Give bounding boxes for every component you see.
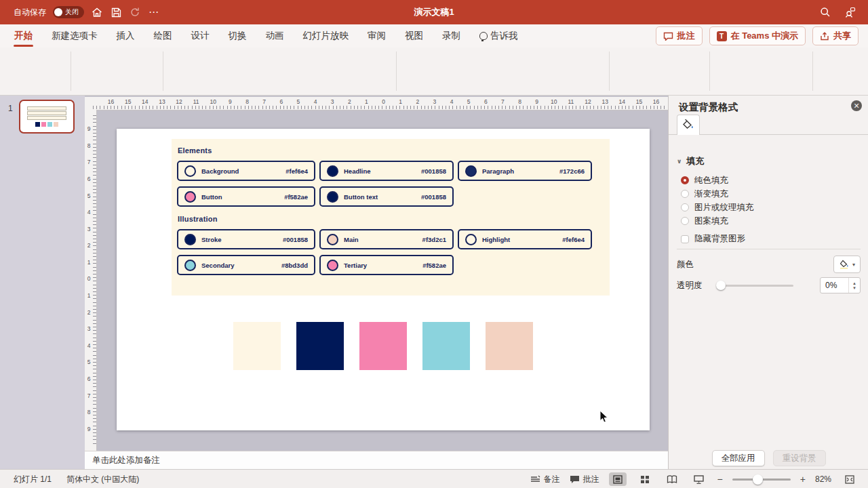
color-card[interactable]: Main #f3d2c1: [319, 229, 454, 249]
palette-swatch[interactable]: [296, 322, 344, 370]
ruler-number: 2: [341, 98, 358, 106]
transparency-spinner[interactable]: 0% ▲▼: [820, 277, 861, 293]
ruler-ticks: [93, 106, 666, 109]
grid-view-icon: [640, 475, 650, 484]
ribbon-tab[interactable]: 插入: [116, 25, 136, 47]
title-bar: 自动保存 关闭 ⋯ 演示文稿1: [0, 0, 868, 24]
slide-canvas[interactable]: Elements Background #fef6e4 Headline #00…: [117, 129, 650, 430]
color-card[interactable]: Background #fef6e4: [177, 161, 315, 181]
ruler-number: 11: [188, 98, 205, 106]
ruler-number: 3: [426, 98, 443, 106]
palette-swatch[interactable]: [359, 322, 407, 370]
zoom-slider-thumb[interactable]: [753, 474, 763, 485]
account-icon[interactable]: [844, 6, 856, 18]
ribbon-tab[interactable]: 动画: [265, 25, 285, 47]
color-label: Main: [344, 236, 359, 243]
palette-swatch[interactable]: [486, 322, 533, 370]
fill-tab[interactable]: [677, 115, 700, 135]
close-icon[interactable]: ✕: [851, 100, 862, 111]
mini-swatch: [54, 122, 58, 127]
divider: [609, 52, 610, 91]
color-picker-button[interactable]: ▾: [833, 256, 861, 273]
teams-icon: T: [717, 31, 727, 41]
redo-icon[interactable]: [129, 6, 141, 18]
slideshow-button[interactable]: [690, 472, 708, 486]
notes-pane[interactable]: 单击此处添加备注: [85, 451, 668, 470]
transparency-slider[interactable]: [717, 285, 793, 287]
vertical-ruler: 9876543210123456789: [85, 110, 97, 451]
slider-thumb[interactable]: [716, 281, 726, 290]
ribbon-tab[interactable]: 绘图: [153, 25, 173, 47]
fill-option[interactable]: 纯色填充: [681, 176, 754, 185]
save-icon[interactable]: [110, 6, 122, 18]
color-card[interactable]: Secondary #8bd3dd: [177, 255, 315, 275]
transparency-label: 透明度: [677, 280, 703, 291]
radio-icon[interactable]: [681, 176, 689, 184]
ribbon-tab[interactable]: 视图: [404, 25, 424, 47]
ribbon-tab[interactable]: 幻灯片放映: [302, 25, 350, 47]
home-icon[interactable]: [91, 6, 103, 18]
zoom-in-button[interactable]: +: [800, 474, 806, 485]
ruler-number: 2: [85, 304, 92, 321]
reading-view-button[interactable]: [663, 472, 681, 486]
autosave-state: 关闭: [65, 7, 79, 17]
fill-option[interactable]: 图案填充: [681, 216, 754, 226]
color-card[interactable]: Button text #001858: [319, 186, 454, 207]
comments-toggle[interactable]: 批注: [570, 474, 599, 485]
more-commands-icon[interactable]: ⋯: [148, 6, 160, 18]
fit-to-window-button[interactable]: [841, 472, 859, 486]
ribbon-tab[interactable]: 新建选项卡: [51, 25, 98, 47]
hide-background-checkbox[interactable]: 隐藏背景图形: [681, 233, 745, 245]
ruler-number: 3: [324, 98, 341, 106]
autosave-toggle[interactable]: 关闭: [53, 6, 84, 18]
ruler-number: 9: [528, 98, 545, 106]
fill-section-header[interactable]: ∨ 填充: [677, 155, 704, 167]
search-icon[interactable]: [819, 6, 831, 18]
divider: [396, 52, 397, 91]
share-button[interactable]: 共享: [812, 26, 859, 45]
comments-button[interactable]: 批注: [656, 26, 703, 45]
reset-background-button[interactable]: 重设背景: [773, 450, 826, 466]
ribbon-tab[interactable]: 告诉我: [479, 25, 519, 47]
palette-swatch[interactable]: [422, 322, 470, 370]
slide-thumbnail[interactable]: [19, 100, 75, 134]
color-hex: #f582ae: [422, 262, 446, 269]
zoom-out-button[interactable]: −: [717, 474, 723, 485]
ruler-number: 4: [85, 204, 92, 221]
color-card[interactable]: Highlight #fef6e4: [458, 229, 592, 249]
spinner-arrows[interactable]: ▲▼: [848, 278, 860, 293]
palette-swatch[interactable]: [233, 322, 281, 370]
fill-option[interactable]: 图片或纹理填充: [681, 203, 754, 212]
ruler-number: 15: [631, 98, 648, 106]
ribbon-tab[interactable]: 设计: [191, 25, 210, 47]
normal-view-button[interactable]: [609, 472, 627, 486]
radio-icon[interactable]: [681, 217, 689, 225]
notes-toggle[interactable]: 备注: [530, 474, 560, 485]
zoom-slider[interactable]: [732, 479, 791, 481]
slide-sorter-view-button[interactable]: [636, 472, 654, 486]
ribbon-tab[interactable]: 录制: [441, 25, 461, 47]
radio-icon[interactable]: [681, 203, 689, 211]
radio-icon[interactable]: [681, 190, 689, 198]
checkbox-icon[interactable]: [681, 235, 689, 243]
color-card[interactable]: Headline #001858: [319, 161, 454, 181]
ruler-number: 4: [85, 338, 92, 354]
palette-panel[interactable]: Elements Background #fef6e4 Headline #00…: [172, 139, 610, 296]
ruler-number: 4: [443, 98, 460, 106]
color-card[interactable]: Paragraph #172c66: [458, 161, 592, 181]
ribbon-tab[interactable]: 开始: [14, 25, 33, 47]
color-card[interactable]: Button #f582ae: [177, 186, 315, 207]
language-indicator[interactable]: 简体中文 (中国大陆): [66, 474, 139, 485]
color-card[interactable]: Stroke #001858: [177, 229, 315, 249]
color-label: 颜色: [677, 259, 694, 270]
color-card[interactable]: Tertiary #f582ae: [319, 255, 454, 275]
color-swatch-circle: [184, 234, 196, 245]
normal-view-icon: [613, 475, 623, 484]
ribbon-tab[interactable]: 切换: [228, 25, 248, 47]
apply-to-all-button[interactable]: 全部应用: [712, 450, 765, 466]
ribbon-tab[interactable]: 审阅: [367, 25, 387, 47]
color-label: Tertiary: [344, 262, 367, 269]
fill-option[interactable]: 渐变填充: [681, 189, 754, 199]
arrow-down-icon: ▼: [852, 286, 856, 290]
present-in-teams-button[interactable]: T 在 Teams 中演示: [709, 26, 806, 45]
